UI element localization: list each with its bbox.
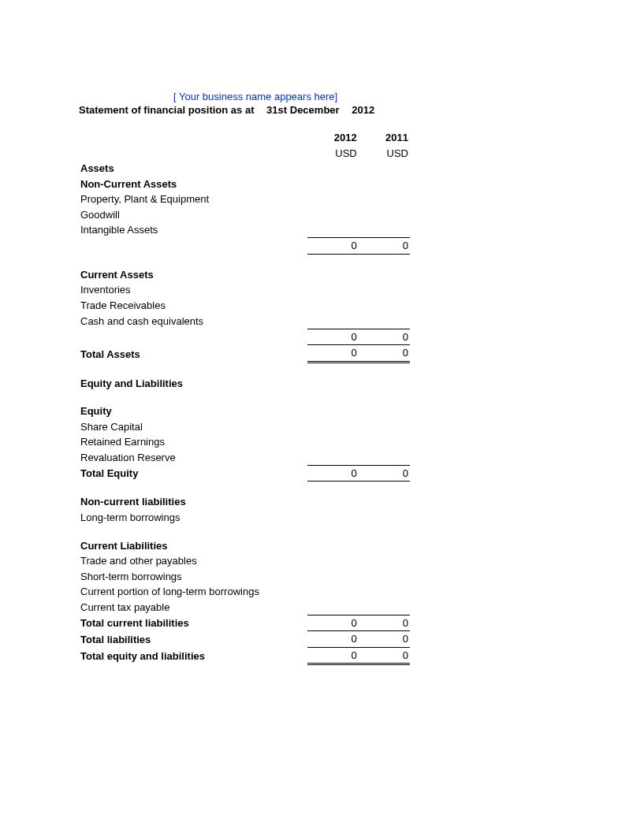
non-current-total-b: 0 — [359, 238, 410, 255]
total-assets-b: 0 — [359, 345, 410, 363]
total-equity-liab-a: 0 — [307, 647, 359, 664]
row-current-portion-lt: Current portion of long-term borrowings — [79, 584, 307, 600]
row-intangible: Intangible Assets — [79, 222, 307, 238]
total-equity-label: Total Equity — [79, 465, 307, 482]
total-equity-a: 0 — [307, 465, 359, 482]
current-assets-heading: Current Assets — [79, 267, 307, 283]
current-assets-total-b: 0 — [359, 329, 410, 345]
total-assets-a: 0 — [307, 345, 359, 363]
row-long-term-borrowings: Long-term borrowings — [79, 510, 307, 526]
total-liab-b: 0 — [359, 631, 410, 648]
row-ppe: Property, Plant & Equipment — [79, 192, 307, 207]
total-current-liab-row: Total current liabilities 0 0 — [79, 615, 410, 631]
equity-liabilities-heading: Equity and Liabilities — [79, 376, 307, 392]
total-equity-liab-b: 0 — [359, 647, 410, 664]
total-liab-a: 0 — [307, 631, 359, 648]
total-liab-row: Total liabilities 0 0 — [79, 631, 410, 648]
assets-heading: Assets — [79, 161, 307, 177]
non-current-total-a: 0 — [307, 238, 359, 255]
total-assets-row: Total Assets 0 0 — [79, 345, 410, 363]
total-liab-label: Total liabilities — [79, 631, 307, 648]
equity-heading: Equity — [79, 403, 307, 419]
row-share-capital: Share Capital — [79, 419, 307, 435]
row-cash: Cash and cash equivalents — [79, 314, 307, 329]
current-assets-total: 0 0 — [79, 329, 410, 345]
row-trade-receivables: Trade Receivables — [79, 298, 307, 314]
page: [ Your business name appears here] State… — [0, 0, 644, 833]
total-equity-row: Total Equity 0 0 — [79, 465, 410, 482]
title-date: 31st December — [266, 104, 340, 116]
current-assets-total-a: 0 — [307, 329, 359, 345]
row-revaluation-reserve: Revaluation Reserve — [79, 450, 307, 466]
col-currency-b: USD — [359, 146, 410, 162]
title-prefix: Statement of financial position as at — [79, 104, 254, 116]
financial-table: 2012 2011 USD USD Assets Non-Current Ass… — [79, 130, 410, 665]
col-year-a: 2012 — [307, 130, 359, 146]
non-current-liab-heading: Non-current liabilities — [79, 494, 307, 510]
total-assets-label: Total Assets — [79, 345, 307, 363]
row-goodwill: Goodwill — [79, 207, 307, 223]
total-equity-liab-label: Total equity and liabilities — [79, 647, 307, 664]
total-equity-liab-row: Total equity and liabilities 0 0 — [79, 647, 410, 664]
row-trade-payables: Trade and other payables — [79, 553, 307, 569]
title-year: 2012 — [352, 104, 374, 116]
total-current-liab-label: Total current liabilities — [79, 615, 307, 631]
row-current-tax-payable: Current tax payable — [79, 600, 307, 615]
row-retained-earnings: Retained Earnings — [79, 434, 307, 450]
total-equity-b: 0 — [359, 465, 410, 482]
non-current-assets-heading: Non-Current Assets — [79, 177, 307, 192]
col-year-b: 2011 — [359, 130, 410, 146]
year-header-row: 2012 2011 — [79, 130, 410, 146]
currency-row: USD USD — [79, 146, 410, 162]
total-current-liab-b: 0 — [359, 615, 410, 631]
business-name-placeholder: [ Your business name appears here] — [79, 91, 565, 102]
current-liab-heading: Current Liabilities — [79, 538, 307, 554]
total-current-liab-a: 0 — [307, 615, 359, 631]
statement-title: Statement of financial position as at 31… — [79, 104, 565, 116]
row-inventories: Inventories — [79, 282, 307, 298]
row-short-term-borrowings: Short-term borrowings — [79, 569, 307, 585]
col-currency-a: USD — [307, 146, 359, 162]
non-current-assets-total: 0 0 — [79, 238, 410, 255]
